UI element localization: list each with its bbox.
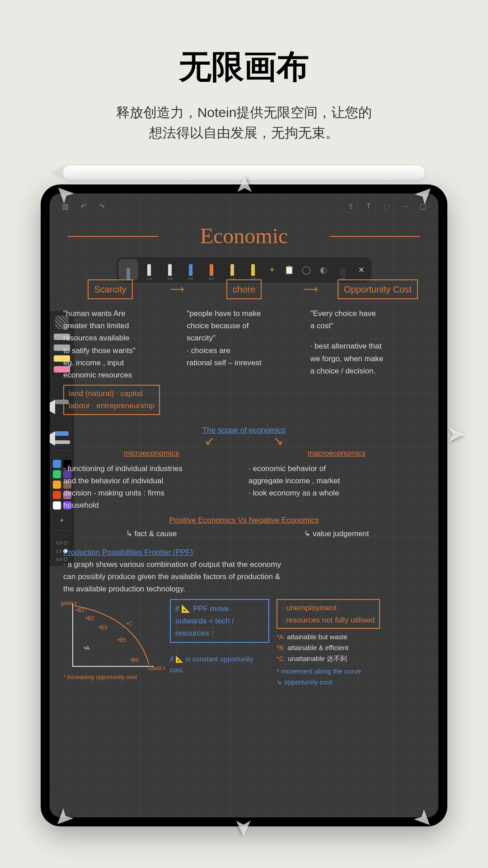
ppf-note-box: if 📐 PPF moveoutwards = tech / resources… — [170, 599, 269, 643]
note-text: "people have to makechoice because ofsca… — [187, 307, 301, 415]
section-heading: Production Possibilities Frontier (PPF) — [63, 548, 193, 557]
expand-arrow-icon: ➤ — [446, 421, 465, 447]
undo-icon[interactable]: ↶ — [77, 200, 89, 212]
color-swatch[interactable] — [53, 470, 61, 478]
tablet-frame: ▥ ↶ ↷ ⇪ T ◌ ⋯ ▢ Economic 1.3 0.8 0.6 0.2… — [41, 184, 447, 826]
color-swatch[interactable] — [53, 460, 61, 468]
top-toolbar: ▥ ↶ ↷ ⇪ T ◌ ⋯ ▢ — [50, 193, 438, 219]
text-tool-icon[interactable]: T — [362, 200, 375, 212]
color-swatch[interactable] — [53, 491, 61, 499]
note-text: ↳ fact & cause — [63, 528, 239, 540]
note-text: * movement along the curve↳ opportunity … — [277, 666, 425, 688]
note-box: · unemployment· resources not fully util… — [277, 599, 380, 629]
hero-title: 无限画布 — [0, 45, 488, 89]
hero-subtitle: 释放创造力，Notein提供无限空间，让您的 想法得以自由发展，无拘无束。 — [0, 102, 488, 143]
handwritten-notes[interactable]: Scarcity ⟶ chore ⟶ Opportunity Cost "hum… — [63, 275, 425, 688]
color-swatch[interactable] — [53, 501, 61, 509]
note-text: · a graph shows various combination of o… — [63, 558, 425, 595]
share-icon[interactable]: ⇪ — [344, 200, 357, 212]
note-text: if 📐 is constant opportunity cost. — [170, 654, 269, 675]
more-icon[interactable]: ⋯ — [399, 200, 411, 212]
ppf-graph: good y Good x •B1 •B2 •B3 •A •B5 •B6 •C … — [63, 604, 163, 676]
app-screen[interactable]: ▥ ↶ ↷ ⇪ T ◌ ⋯ ▢ Economic 1.3 0.8 0.6 0.2… — [50, 193, 438, 817]
section-heading: Positive Economics Vs Negative Economics — [169, 516, 319, 524]
expand-arrow-icon: ➤ — [231, 175, 257, 194]
subsection-micro: microeconomics — [124, 449, 179, 458]
arrow-icon: ⟶ — [170, 281, 184, 297]
branch-arrows-icon: ↙ ↘ — [63, 436, 425, 446]
section-heading: The scope of economics — [202, 426, 286, 434]
note-text: "Every choice havea cost" · best alterna… — [310, 307, 425, 415]
arrow-icon: ⟶ — [304, 281, 318, 297]
concept-box-scarcity: Scarcity — [88, 279, 132, 299]
concept-box-chore: chore — [226, 279, 262, 299]
redo-icon[interactable]: ↷ — [95, 200, 108, 212]
concept-box-opportunity: Opportunity Cost — [338, 279, 418, 299]
note-main-title: Economic — [50, 223, 438, 248]
note-text: · economic behavior ofaggregate income ,… — [249, 462, 425, 512]
note-text: *A attainable but waste *B attainable & … — [277, 632, 425, 664]
subsection-macro: macroeconomics — [308, 449, 366, 458]
pen-mode-icon[interactable]: ◌ — [380, 200, 393, 212]
note-text: · functioning of individual industriesan… — [63, 462, 239, 512]
color-swatch[interactable] — [53, 481, 61, 489]
note-text: "human wants Aregreater than limitedreso… — [63, 307, 178, 415]
expand-arrow-icon: ➤ — [231, 818, 257, 837]
note-text: ↳ value judgement — [249, 528, 425, 540]
